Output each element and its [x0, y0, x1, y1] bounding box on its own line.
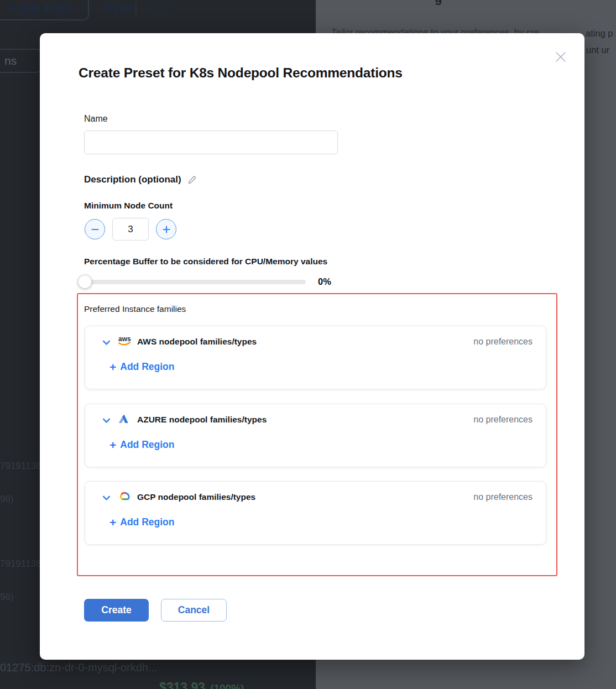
provider-card-azure: AZURE nodepool families/types no prefere…: [85, 404, 546, 467]
edit-pencil-icon[interactable]: [187, 175, 197, 185]
provider-label: AZURE nodepool families/types: [137, 415, 267, 425]
buffer-label: Percentage Buffer to be considered for C…: [84, 257, 327, 267]
background-tab-label-partial: g: [435, 0, 442, 6]
aws-logo-icon: aws: [117, 335, 132, 349]
background-resource-id: 01275:db:zn-dr-0-mysql-orkdh...: [0, 661, 158, 674]
provider-label: AWS nodepool families/types: [137, 337, 257, 347]
plus-icon: [162, 225, 171, 234]
chevron-down-icon[interactable]: [102, 493, 111, 505]
add-region-button[interactable]: + Add Region: [109, 438, 174, 452]
buffer-slider-thumb[interactable]: [78, 275, 92, 289]
add-filter-label: + Add Filter: [9, 2, 73, 15]
screen: + Add Filter Save Reset ns 79191138 96) …: [0, 0, 616, 689]
minus-icon: [91, 225, 100, 234]
background-text-fragment: ating p: [586, 28, 613, 39]
plus-icon: +: [109, 360, 116, 374]
provider-status: no preferences: [473, 492, 533, 502]
cancel-button[interactable]: Cancel: [161, 599, 227, 622]
save-button[interactable]: Save: [105, 2, 132, 15]
azure-logo-icon: [117, 413, 130, 427]
increment-button[interactable]: [156, 219, 176, 239]
name-input[interactable]: [84, 131, 338, 154]
buffer-value: 0%: [318, 276, 331, 287]
background-text-fragment: 79191138: [0, 558, 41, 570]
background-text-fragment: unt ur: [586, 45, 609, 55]
add-filter-button[interactable]: + Add Filter: [0, 0, 89, 20]
chevron-down-icon[interactable]: [102, 338, 111, 349]
description-section: Description (optional): [84, 174, 197, 185]
preferred-families-label: Preferred Instance families: [84, 304, 186, 314]
svg-text:aws: aws: [118, 335, 131, 343]
decrement-button[interactable]: [85, 219, 105, 239]
provider-status: no preferences: [473, 337, 533, 347]
toolbar-divider: [135, 2, 137, 17]
background-text-fragment: 96): [0, 592, 14, 603]
provider-label: GCP nodepool families/types: [137, 492, 255, 502]
buffer-slider-track[interactable]: [85, 280, 306, 284]
add-region-button[interactable]: + Add Region: [109, 515, 174, 529]
add-region-button[interactable]: + Add Region: [109, 360, 174, 374]
background-text-fragment: 96): [0, 494, 14, 505]
plus-icon: +: [109, 515, 116, 529]
create-button[interactable]: Create: [84, 599, 149, 622]
chevron-down-icon[interactable]: [102, 416, 111, 427]
provider-card-gcp: GCP nodepool families/types no preferenc…: [85, 481, 546, 545]
node-count-input[interactable]: [112, 218, 149, 241]
background-text-fragment: 79191138: [0, 461, 41, 472]
provider-card-aws: aws AWS nodepool families/types no prefe…: [85, 326, 546, 389]
provider-status: no preferences: [473, 415, 533, 425]
min-node-count-label: Minimum Node Count: [84, 201, 173, 211]
background-tab-fragment: ns: [0, 49, 42, 73]
name-label: Name: [84, 114, 108, 124]
close-icon[interactable]: [553, 49, 568, 65]
modal-title: Create Preset for K8s Nodepool Recommend…: [79, 65, 403, 81]
reset-button[interactable]: Reset: [144, 2, 175, 15]
description-label: Description (optional): [84, 174, 181, 185]
create-preset-modal: Create Preset for K8s Nodepool Recommend…: [40, 33, 584, 660]
plus-icon: +: [109, 438, 116, 452]
gcp-logo-icon: [117, 490, 131, 504]
background-cost-value: $313.93(100%): [159, 680, 244, 689]
